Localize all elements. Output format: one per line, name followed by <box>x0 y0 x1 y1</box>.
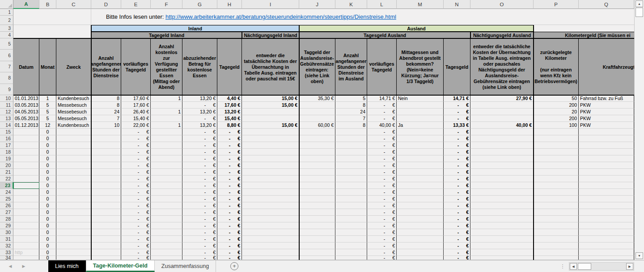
cell-I22[interactable] <box>242 176 299 182</box>
cell-L24[interactable]: -€ <box>367 189 397 196</box>
cell-B11[interactable]: 5 <box>39 102 56 109</box>
cell-M20[interactable] <box>397 162 444 169</box>
row-header-4[interactable]: 4 <box>0 32 13 38</box>
cell-K14[interactable]: 8 <box>335 122 367 129</box>
cell-P26[interactable] <box>534 202 579 209</box>
cell-Q25[interactable] <box>579 196 634 202</box>
cell-L22[interactable]: -€ <box>367 176 397 182</box>
cell-B23[interactable]: 0 <box>39 182 56 189</box>
cell-P22[interactable] <box>534 176 579 182</box>
cell-G27[interactable]: -€ <box>182 209 217 216</box>
cell-F12[interactable]: 1 <box>151 109 182 115</box>
cell-J32[interactable] <box>299 243 335 249</box>
cell-P21[interactable] <box>534 169 579 176</box>
cell-D29[interactable] <box>91 222 121 229</box>
cell-E23[interactable]: -€ <box>121 182 151 189</box>
cell-N17[interactable]: -€ <box>444 142 470 149</box>
cell-D17[interactable] <box>91 142 121 149</box>
header-cell-L[interactable]: vorläufiges Tagegeld <box>367 38 397 95</box>
vertical-scrollbar[interactable]: ▲ ▼ <box>634 0 644 260</box>
cell-K27[interactable] <box>335 209 367 216</box>
cell-N14[interactable]: 13,33 € <box>444 122 470 129</box>
cell-H15[interactable]: -€ <box>217 129 242 135</box>
cell-K31[interactable] <box>335 236 367 243</box>
scroll-down-button[interactable]: ▼ <box>636 252 643 259</box>
cell-C24[interactable] <box>56 189 91 196</box>
cell-D26[interactable] <box>91 202 121 209</box>
cell-E17[interactable]: -€ <box>121 142 151 149</box>
cell-I14[interactable]: 15,00 € <box>242 122 299 129</box>
section-bar-tagesgeld-ausland[interactable]: Tagesgeld Ausland <box>299 32 470 38</box>
cell-E28[interactable]: -€ <box>121 216 151 222</box>
cell-B12[interactable]: 5 <box>39 109 56 115</box>
row-header-7[interactable]: 7 <box>0 61 13 72</box>
cell-L15[interactable]: -€ <box>367 129 397 135</box>
cell-K22[interactable] <box>335 176 367 182</box>
cell-F21[interactable] <box>151 169 182 176</box>
cell-C22[interactable] <box>56 176 91 182</box>
cell-H16[interactable]: -€ <box>217 135 242 142</box>
cell-D15[interactable] <box>91 129 121 135</box>
cell-E30[interactable]: -€ <box>121 229 151 236</box>
column-header-G[interactable]: G <box>182 0 217 9</box>
row-header-26[interactable]: 26 <box>0 202 13 209</box>
cell-L28[interactable]: -€ <box>367 216 397 222</box>
cell-Q21[interactable] <box>579 169 634 176</box>
row-header-29[interactable]: 29 <box>0 222 13 229</box>
cell-O17[interactable] <box>470 142 534 149</box>
cell-I28[interactable] <box>242 216 299 222</box>
cell-B16[interactable]: 0 <box>39 135 56 142</box>
cell-D30[interactable] <box>91 229 121 236</box>
cell-G24[interactable]: -€ <box>182 189 217 196</box>
cell-P32[interactable] <box>534 243 579 249</box>
row-header-2[interactable]: 2 <box>0 16 13 25</box>
sheet-nav-left-icon[interactable]: ◀ <box>4 260 17 272</box>
cell-A17[interactable] <box>13 142 39 149</box>
row-header-22[interactable]: 22 <box>0 176 13 182</box>
cell-J29[interactable] <box>299 222 335 229</box>
cell-D16[interactable] <box>91 135 121 142</box>
cell-O14[interactable]: 40,00 € <box>470 122 534 129</box>
cell-F13[interactable] <box>151 115 182 122</box>
row-header-1[interactable]: 1 <box>0 9 13 16</box>
cell-A13[interactable]: 05.05.2013 <box>13 115 39 122</box>
cell-G10[interactable]: 13,20 € <box>182 95 217 102</box>
cell-F24[interactable] <box>151 189 182 196</box>
cell-A22[interactable] <box>13 176 39 182</box>
cell-P16[interactable] <box>534 135 579 142</box>
cell-O10[interactable]: 27,90 € <box>470 95 534 102</box>
cell-J26[interactable] <box>299 202 335 209</box>
cell-G33[interactable]: -€ <box>182 249 217 256</box>
cell-B20[interactable]: 0 <box>39 162 56 169</box>
cell-K26[interactable] <box>335 202 367 209</box>
cell-E16[interactable]: -€ <box>121 135 151 142</box>
cell-H21[interactable]: -€ <box>217 169 242 176</box>
cell-F23[interactable] <box>151 182 182 189</box>
cell-F14[interactable]: 1 <box>151 122 182 129</box>
section-bar-naechtigungsgeld-inland[interactable]: Nächtigungsgeld Inland <box>242 32 299 38</box>
cell-N31[interactable]: -€ <box>444 236 470 243</box>
cell-K34[interactable] <box>335 256 367 260</box>
cell-Q17[interactable] <box>579 142 634 149</box>
cell-F20[interactable] <box>151 162 182 169</box>
column-header-O[interactable]: O <box>470 0 534 9</box>
cell-Q16[interactable] <box>579 135 634 142</box>
cell-A21[interactable] <box>13 169 39 176</box>
cell-N23[interactable]: -€ <box>444 182 470 189</box>
cell-H17[interactable]: -€ <box>217 142 242 149</box>
cell-P28[interactable] <box>534 216 579 222</box>
cell-D31[interactable] <box>91 236 121 243</box>
cell-E19[interactable]: -€ <box>121 155 151 162</box>
cell-G32[interactable]: -€ <box>182 243 217 249</box>
cell-E15[interactable]: -€ <box>121 129 151 135</box>
cell-B21[interactable]: 0 <box>39 169 56 176</box>
cell-J24[interactable] <box>299 189 335 196</box>
cell-A19[interactable] <box>13 155 39 162</box>
cell-H30[interactable]: -€ <box>217 229 242 236</box>
cell-K17[interactable] <box>335 142 367 149</box>
cell-F11[interactable] <box>151 102 182 109</box>
cell-M13[interactable] <box>397 115 444 122</box>
cell-M29[interactable] <box>397 222 444 229</box>
cell-N18[interactable]: -€ <box>444 149 470 155</box>
cell-D18[interactable] <box>91 149 121 155</box>
